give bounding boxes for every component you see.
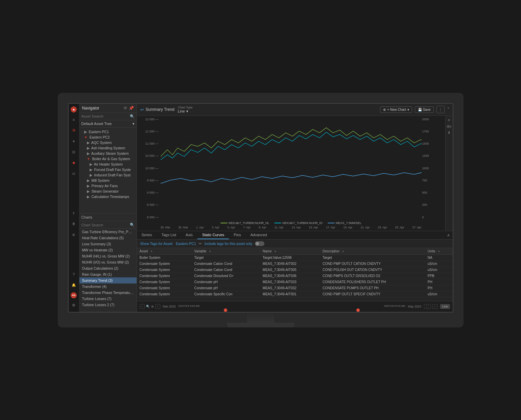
tree-item-calc[interactable]: ▶ Calculation Timestamps [79,194,137,199]
asset-name-link[interactable]: Eastern PC1 [176,242,196,246]
tree-item-air-heater[interactable]: ▶ Air Heater System [79,162,137,167]
tree-item-primary-air[interactable]: ▶ Primary Air Fans [79,183,137,189]
tree-item-steam-gen[interactable]: ▶ Steam Generator [79,189,137,194]
question-icon[interactable]: ? [70,271,77,278]
chart-item-loss-summary[interactable]: Loss Summary (3) [79,241,137,247]
panel-collapse-button[interactable]: ∧ [444,231,453,239]
new-chart-icon: ⊕ [383,108,386,112]
asset-icon[interactable]: A [70,138,77,145]
menu-icon[interactable]: ≡ [70,116,77,123]
tree-item-mill[interactable]: ▶ Mill System [79,178,137,183]
cell-description: COND PMPS OUTLT DISSOLVED O2 [320,273,425,279]
tab-series[interactable]: Series [137,231,157,239]
chart-item-mw-heatrate[interactable]: MW vs Heatrate (2) [79,247,137,253]
logo-icon[interactable]: ● [71,106,77,113]
tree-item-eastern-pc1[interactable]: ▶ Eastern PC1 [79,129,137,134]
collapse-button[interactable]: ˅ [447,107,449,112]
chart-item-heat-rate[interactable]: Heat Rate Calculations (5) [79,235,137,241]
stats-icon[interactable]: rΣ [70,170,77,177]
sigma-icon[interactable]: Σ [70,209,77,217]
chart-item-nuhr-io[interactable]: NUHR (I/O) vs. Gross MW (2) [79,259,137,265]
table-row: Condensate System Condensate Specific Co… [137,291,453,297]
y-axis-right: 2000 1750 1500 1250 1000 750 500 250 0 [422,116,439,221]
more-button[interactable]: ⋮ [436,106,445,113]
bottom-tabs: Series Tags List Axis Static Curves Pins… [137,231,453,240]
timeline-handle-right[interactable] [356,308,360,312]
settings-icon[interactable]: ⚙ [70,302,77,309]
timeline-next2-button[interactable]: › [432,304,437,309]
right-icon-strip: ≡ @p ⬇ [445,116,453,231]
chart-x-labels: 28. Mar 30. Mar 1. Apr 3. Apr 5. Apr 7. … [161,226,422,229]
tab-axis[interactable]: Axis [181,231,197,239]
y-label-9500: 9 500 — [138,179,160,182]
cell-units: PH [425,279,453,285]
y-label-right-250: 250 [422,203,438,206]
timeline-handle-left[interactable] [224,308,227,312]
strip-download-icon[interactable]: ⬇ [448,131,450,134]
nav-pin-icon[interactable]: 📌 [129,106,134,110]
chart-item-gas-turbine[interactable]: Gas Turbine Efficiency Pre_Post C [79,229,137,235]
monitor-stand [68,313,453,327]
chart-area[interactable]: 12 000 — 11 500 — 11 000 — 10 500 — 10 0… [137,116,445,231]
asset-search-input[interactable] [81,114,130,118]
timeline-next-button[interactable]: › [155,304,160,309]
stand-neck [247,313,274,323]
chart-item-nuhr-hl[interactable]: NUHR (H/L) vs. Gross MW (2) [79,253,137,259]
asset-tree-dropdown[interactable]: Default Asset Tree ▾ [79,120,137,128]
y-label-right-0: 0 [422,216,438,219]
x-label-17apr: 17. Apr [326,226,335,229]
cell-name: MEAS_7:3049-AIT002 [260,261,320,267]
circle-icon[interactable]: ◎ [70,148,77,156]
chart-item-turbine-losses2[interactable]: Turbine Losses 2 (7) [79,302,137,308]
chart-search-input[interactable] [81,223,130,227]
chart-search-icon[interactable]: 🔍 [130,223,135,227]
timeline-zoom-in-icon[interactable]: ⊕ [151,305,154,308]
col-variable: Variable ▼ [191,248,260,255]
include-toggle[interactable] [255,241,264,246]
tree-item-eastern-pc2[interactable]: ▼ Eastern PC2 [79,134,137,140]
tree-item-boiler[interactable]: ▼ Boiler Air & Gas System [79,156,137,162]
table-scroll[interactable]: Asset ▼ Variable ▼ Name ▼ Description ▼ … [137,248,453,301]
chart-icon[interactable]: ≣ [70,220,77,228]
x-label-9apr: 9. Apr [259,226,266,229]
grid-icon[interactable]: ⊞ [70,231,77,239]
cell-name: MEAS_7:3049-AIT001 [260,291,320,297]
tab-advanced[interactable]: Advanced [246,231,272,239]
timeline-zoom-icon[interactable]: 🔍 [146,305,150,308]
bell-icon[interactable]: 🔔 [70,281,77,289]
top-toolbar: ↩ Summary Trend Chart Type Line ▾ ⊕ + Ne… [137,104,453,116]
tab-pins[interactable]: Pins [229,231,245,239]
layers-icon[interactable]: ⊞ [70,127,77,134]
chart-item-summary-trend[interactable]: Summary Trend (3) [79,277,137,283]
chart-item-transformer[interactable]: Transformer (4) [79,283,137,290]
nav-refresh-icon[interactable]: ⟳ [124,106,127,110]
timeline-copy-button[interactable]: ⬚ [424,304,431,309]
save-button[interactable]: 💾 Save [415,106,434,113]
x-label-25apr: 25. Apr [395,226,404,229]
tree-item-aqc[interactable]: ▶ AQC System [79,140,137,145]
strip-menu-icon[interactable]: ≡ [448,118,450,122]
strip-tag-icon[interactable]: @p [447,125,451,128]
asset-search-icon[interactable]: 🔍 [130,114,135,119]
diamond-icon[interactable]: ◆ [70,159,77,167]
chart-item-transformer-phase[interactable]: Transformer Phase Temperature ( [79,290,137,296]
tree-item-ash[interactable]: ▶ Ash Handling System [79,145,137,151]
edit-icon[interactable]: ✏ [199,242,202,246]
col-name: Name ▼ [260,248,320,255]
y-label-9000: 9 000 — [138,191,160,194]
timeline-prev-button[interactable]: ‹ [140,304,145,309]
user-avatar[interactable]: AA [71,292,77,298]
tab-static-curves[interactable]: Static Curves [197,231,229,239]
y-label-8000: 8 000 — [138,216,160,219]
chart-type-dropdown-icon: ▾ [186,109,188,114]
tree-item-induced-draft[interactable]: ▶ Induced Draft Fan Syst [79,172,137,178]
new-chart-button[interactable]: ⊕ + New Chart ▾ [380,106,412,113]
tab-tags-list[interactable]: Tags List [157,231,181,239]
chart-item-output[interactable]: Output Calculations (2) [79,265,137,271]
navigator-title: Navigator [82,106,99,110]
tree-item-aux-steam[interactable]: ▶ Auxiliary Steam System [79,151,137,156]
tree-item-forced-draft[interactable]: ▶ Forced Draft Fan Syste [79,167,137,172]
chart-type-select[interactable]: Line ▾ [178,109,193,114]
chart-item-turbine-losses[interactable]: Turbine Losses (7) [79,296,137,302]
chart-item-rain[interactable]: Rain Gauge, IN (1) [79,271,137,277]
